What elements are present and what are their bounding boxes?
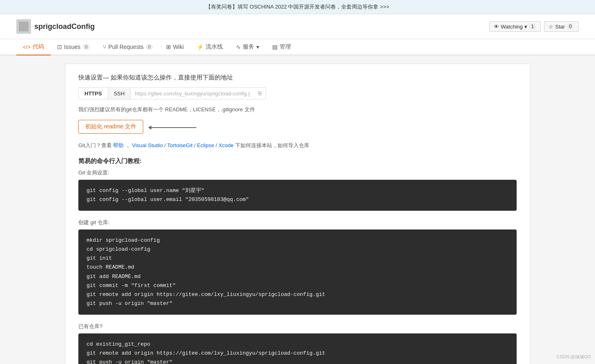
eclipse-link[interactable]: Eclipse xyxy=(197,142,214,148)
code-cd: cd sprigcload-config xyxy=(87,245,508,254)
code-mkdir: mkdir sprigcload-config xyxy=(87,236,508,245)
git-help: Git入门？查看 帮助 ， Visual Studio / TortoiseGi… xyxy=(78,142,517,149)
repo-title: sprigcloadConfig xyxy=(16,19,95,34)
tutorial-section: 简易的命令行入门教程: Git 全局设置: git config --globa… xyxy=(78,157,517,364)
existing-repo-code: cd existing_git_repo git remote add orig… xyxy=(78,333,517,364)
code-push-existing: git push -u origin "master" xyxy=(87,358,508,364)
tab-issues-label: Issues xyxy=(64,44,80,50)
manage-icon: ▤ xyxy=(272,44,278,50)
visual-studio-link[interactable]: Visual Studio xyxy=(132,142,163,148)
quick-setup-title: 快速设置— 如果你知道该怎么操作，直接使用下面的地址 xyxy=(78,74,517,82)
code-remote-existing: git remote add origin https://gitee.com/… xyxy=(87,349,508,358)
code-icon: </> xyxy=(23,44,31,50)
svg-rect-1 xyxy=(19,22,29,31)
code-git-add: git add README.md xyxy=(87,272,508,281)
arrow-svg xyxy=(147,121,200,135)
tab-wiki-label: Wiki xyxy=(173,44,184,50)
tutorial-title: 简易的命令行入门教程: xyxy=(78,157,517,165)
tortoisegit-link[interactable]: TortoiseGit xyxy=(167,142,193,148)
tab-manage[interactable]: ▤ 管理 xyxy=(266,39,298,55)
code-touch: touch README.md xyxy=(87,263,508,272)
top-banner: 【有奖问卷】填写 OSCHINA 2022 中国开源开发者问卷，全套周边等你拿 … xyxy=(0,0,595,14)
watch-label: Watching xyxy=(501,24,523,30)
avatar-icon xyxy=(16,19,31,34)
tab-pull-requests[interactable]: ⑂ Pull Requests 0 xyxy=(96,39,160,55)
https-button[interactable]: HTTPS xyxy=(79,88,108,99)
repo-url-input[interactable] xyxy=(131,88,254,99)
repo-header: sprigcloadConfig 👁 Watching ▾ 1 ☆ Star 0 xyxy=(0,14,595,39)
eye-icon: 👁 xyxy=(494,24,499,30)
code-git-init: git init xyxy=(87,254,508,263)
global-config-label: Git 全局设置: xyxy=(78,169,517,176)
tab-services[interactable]: ∿ 服务 ▾ xyxy=(229,39,266,55)
code-line-1: git config --global user.name "刘星宇" xyxy=(87,186,508,195)
tab-pipeline[interactable]: ⚡ 流水线 xyxy=(190,39,229,55)
banner-text: 【有奖问卷】填写 OSCHINA 2022 中国开源开发者问卷，全套周边等你拿 … xyxy=(206,4,389,10)
tab-code-label: 代码 xyxy=(33,43,44,51)
tab-code[interactable]: </> 代码 xyxy=(16,39,51,55)
url-bar: HTTPS SSH ⎘ xyxy=(78,87,266,99)
tab-wiki[interactable]: ⊞ Wiki xyxy=(160,39,190,55)
create-repo-label: 创建 git 仓库: xyxy=(78,219,517,226)
star-button[interactable]: ☆ Star 0 xyxy=(544,21,579,32)
services-icon: ∿ xyxy=(236,44,241,50)
copy-icon[interactable]: ⎘ xyxy=(254,88,266,99)
code-git-push: git push -u origin "master" xyxy=(87,299,508,308)
watch-count: 1 xyxy=(529,23,537,30)
tab-pipeline-label: 流水线 xyxy=(206,43,223,51)
repo-actions: 👁 Watching ▾ 1 ☆ Star 0 xyxy=(489,21,579,32)
global-config-code: git config --global user.name "刘星宇" git … xyxy=(78,180,517,211)
code-git-remote: git remote add origin https://gitee.com/… xyxy=(87,290,508,299)
quick-setup-section: 快速设置— 如果你知道该怎么操作，直接使用下面的地址 HTTPS SSH ⎘ 我… xyxy=(78,74,517,149)
watermark: CSDN @倾城OO xyxy=(556,354,591,360)
pr-badge: 0 xyxy=(146,44,153,50)
code-line-2: git config --global user.email "20350598… xyxy=(87,195,508,204)
readme-suggestion-text: 我们强烈建议所有的git仓库都有一个 README，LICENSE，.gitig… xyxy=(78,106,255,113)
create-repo-code: mkdir sprigcload-config cd sprigcload-co… xyxy=(78,229,517,315)
code-git-commit: git commit -m "first commit" xyxy=(87,281,508,290)
svg-marker-3 xyxy=(148,126,151,130)
star-icon: ☆ xyxy=(548,24,553,30)
tab-manage-label: 管理 xyxy=(280,43,291,51)
star-count: 0 xyxy=(566,23,574,30)
star-label: Star xyxy=(555,24,565,30)
tab-pr-label: Pull Requests xyxy=(108,44,143,50)
services-dropdown-icon: ▾ xyxy=(256,44,259,50)
watch-button[interactable]: 👁 Watching ▾ 1 xyxy=(489,21,541,32)
pr-icon: ⑂ xyxy=(103,44,106,50)
git-help-link[interactable]: 帮助 xyxy=(113,142,124,148)
existing-repo-label: 已有仓库? xyxy=(78,323,517,330)
readme-suggestion: 我们强烈建议所有的git仓库都有一个 README，LICENSE，.gitig… xyxy=(78,106,517,113)
tab-services-label: 服务 xyxy=(243,43,254,51)
issues-badge: 0 xyxy=(82,44,90,50)
watch-dropdown-icon: ▾ xyxy=(524,24,527,30)
init-btn-container: 初始化 readme 文件 xyxy=(78,120,517,135)
repo-nav: </> 代码 ⊡ Issues 0 ⑂ Pull Requests 0 ⊞ Wi… xyxy=(0,39,595,55)
code-cd-existing: cd existing_git_repo xyxy=(87,340,508,349)
pipeline-icon: ⚡ xyxy=(197,44,204,50)
ssh-button[interactable]: SSH xyxy=(108,88,131,99)
repo-name: sprigcloadConfig xyxy=(34,22,95,31)
init-readme-button[interactable]: 初始化 readme 文件 xyxy=(78,120,143,134)
repo-avatar xyxy=(16,19,31,34)
main-content: 快速设置— 如果你知道该怎么操作，直接使用下面的地址 HTTPS SSH ⎘ 我… xyxy=(65,64,530,364)
tab-issues[interactable]: ⊡ Issues 0 xyxy=(51,39,97,55)
issues-icon: ⊡ xyxy=(57,44,62,50)
wiki-icon: ⊞ xyxy=(166,44,171,50)
xcode-link[interactable]: Xcode xyxy=(219,142,234,148)
